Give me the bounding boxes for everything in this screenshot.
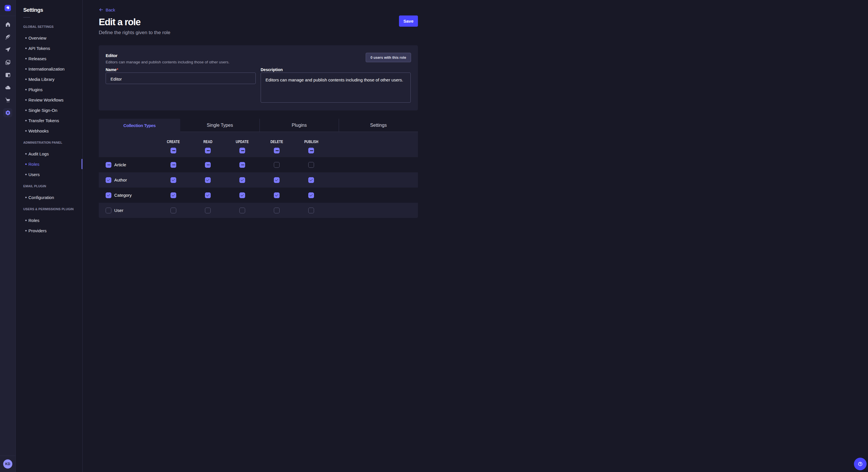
row-label: Category	[114, 193, 132, 198]
category-row-checkbox[interactable]	[105, 193, 112, 198]
article-row-checkbox[interactable]	[105, 162, 112, 168]
user-publish-checkbox[interactable]	[308, 208, 314, 213]
nav-item-cloud[interactable]	[3, 83, 12, 92]
nav-item-media-library[interactable]	[3, 58, 12, 67]
row-label: Author	[114, 177, 127, 182]
required-asterisk: *	[117, 67, 118, 72]
author-update-checkbox[interactable]	[239, 177, 245, 183]
paper-plane-icon	[5, 47, 11, 53]
bullet-icon	[25, 47, 27, 49]
permissions-table: CREATEREADUPDATEDELETEPUBLISH ArticleAut…	[99, 132, 418, 218]
nav-item-content-type-builder[interactable]	[3, 32, 12, 42]
category-read-checkbox[interactable]	[205, 193, 211, 198]
row-label: Article	[114, 162, 126, 167]
article-publish-checkbox[interactable]	[308, 162, 314, 168]
select-all-update-checkbox[interactable]	[239, 148, 245, 154]
column-label: PUBLISH	[304, 139, 318, 144]
category-create-checkbox[interactable]	[170, 193, 176, 198]
category-publish-checkbox[interactable]	[308, 193, 314, 198]
sidebar-section-label: USERS & PERMISSIONS PLUGIN	[23, 207, 82, 211]
column-header-publish: PUBLISH	[294, 132, 329, 157]
article-update-checkbox[interactable]	[239, 162, 245, 168]
permission-row-user: User	[99, 203, 418, 218]
feather-icon	[5, 34, 11, 40]
sidebar-item-transfer-tokens[interactable]: Transfer Tokens	[23, 115, 82, 126]
select-all-read-checkbox[interactable]	[205, 148, 211, 154]
bullet-icon	[25, 164, 27, 165]
bullet-icon	[25, 58, 27, 59]
category-update-checkbox[interactable]	[239, 193, 245, 198]
bullet-icon	[25, 99, 27, 101]
tab-collection-types[interactable]: Collection Types	[99, 119, 180, 132]
active-item-indicator	[82, 159, 82, 169]
sidebar-item-roles[interactable]: Roles	[23, 215, 82, 225]
sidebar-item-configuration[interactable]: Configuration	[23, 192, 82, 202]
tab-settings[interactable]: Settings	[339, 119, 418, 132]
bullet-icon	[25, 230, 27, 231]
sidebar-item-roles[interactable]: Roles	[23, 159, 82, 169]
bullet-icon	[25, 197, 27, 198]
sidebar-title: Settings	[23, 6, 82, 14]
sidebar-item-plugins[interactable]: Plugins	[23, 84, 82, 95]
main-nav: KD	[0, 0, 16, 236]
save-button[interactable]: Save	[399, 15, 418, 27]
nav-item-marketplace[interactable]	[3, 96, 12, 105]
tab-plugins[interactable]: Plugins	[259, 119, 339, 132]
sidebar-item-webhooks[interactable]: Webhooks	[23, 126, 82, 136]
nav-item-home[interactable]	[3, 20, 12, 29]
author-delete-checkbox[interactable]	[274, 177, 280, 183]
column-label: CREATE	[167, 139, 180, 144]
user-row-checkbox[interactable]	[105, 208, 112, 213]
sidebar-item-audit-logs[interactable]: Audit Logs	[23, 148, 82, 159]
name-input[interactable]	[105, 72, 256, 84]
article-create-checkbox[interactable]	[170, 162, 176, 168]
sidebar-item-overview[interactable]: Overview	[23, 33, 82, 43]
author-publish-checkbox[interactable]	[308, 177, 314, 183]
sidebar-section-label: ADMINISTRATION PANEL	[23, 140, 82, 145]
sidebar-item-internationalization[interactable]: Internationalization	[23, 64, 82, 74]
bullet-icon	[25, 109, 27, 111]
column-header-delete: DELETE	[259, 132, 294, 157]
user-update-checkbox[interactable]	[239, 208, 245, 213]
category-delete-checkbox[interactable]	[274, 193, 280, 198]
users-with-role-badge[interactable]: 0 users with this role	[366, 53, 411, 62]
nav-item-settings[interactable]	[3, 108, 12, 117]
permission-row-category: Category	[99, 188, 418, 203]
nav-item-content-manager[interactable]	[3, 70, 12, 79]
select-all-publish-checkbox[interactable]	[308, 148, 314, 154]
page-title: Edit a role	[99, 16, 418, 28]
description-field-label: Description	[260, 67, 283, 72]
sidebar-item-single-sign-on[interactable]: Single Sign-On	[23, 105, 82, 115]
user-create-checkbox[interactable]	[170, 208, 176, 213]
strapi-logo[interactable]	[5, 5, 11, 11]
column-label: DELETE	[270, 139, 283, 144]
author-read-checkbox[interactable]	[205, 177, 211, 183]
article-read-checkbox[interactable]	[205, 162, 211, 168]
sidebar-item-review-workflows[interactable]: Review Workflows	[23, 95, 82, 105]
tab-single-types[interactable]: Single Types	[180, 119, 259, 132]
select-all-create-checkbox[interactable]	[170, 148, 176, 154]
user-delete-checkbox[interactable]	[274, 208, 280, 213]
sidebar-item-providers[interactable]: Providers	[23, 225, 82, 236]
strapi-logo-icon	[5, 5, 11, 11]
back-link[interactable]: Back	[99, 7, 115, 12]
author-row-checkbox[interactable]	[105, 177, 112, 183]
nav-item-deploy[interactable]	[3, 45, 12, 54]
select-all-delete-checkbox[interactable]	[274, 148, 280, 154]
user-read-checkbox[interactable]	[205, 208, 211, 213]
row-label: User	[114, 208, 123, 213]
author-create-checkbox[interactable]	[170, 177, 176, 183]
settings-sidebar: Settings GLOBAL SETTINGSOverviewAPI Toke…	[16, 0, 83, 236]
sidebar-item-users[interactable]: Users	[23, 169, 82, 179]
main-content: Back Edit a role Save Define the rights …	[83, 0, 434, 218]
sidebar-item-api-tokens[interactable]: API Tokens	[23, 43, 82, 53]
sidebar-item-media-library[interactable]: Media Library	[23, 74, 82, 84]
nav-divider	[0, 16, 16, 16]
sidebar-section-label: EMAIL PLUGIN	[23, 184, 82, 189]
sidebar-item-releases[interactable]: Releases	[23, 53, 82, 64]
bullet-icon	[25, 174, 27, 175]
article-delete-checkbox[interactable]	[274, 162, 280, 168]
name-field-label: Name*	[105, 67, 118, 72]
cloud-icon	[5, 85, 11, 91]
description-textarea[interactable]: Editors can manage and publish contents …	[260, 72, 411, 103]
